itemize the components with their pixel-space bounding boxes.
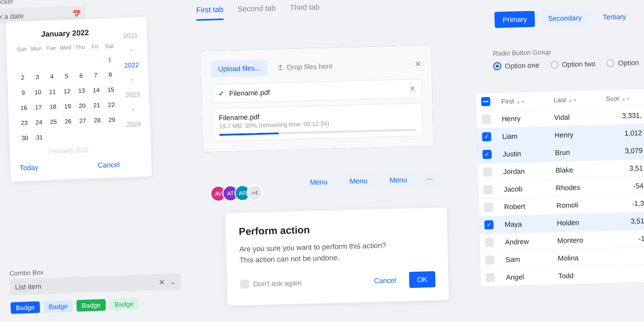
cell-score: -54 bbox=[608, 182, 643, 191]
calendar-day[interactable]: 17 bbox=[32, 101, 45, 114]
calendar-day[interactable]: 1 bbox=[103, 53, 116, 66]
calendar-day[interactable]: 16 bbox=[17, 101, 30, 115]
year-selector[interactable]: 2021202220232024 bbox=[123, 26, 142, 168]
primary-button[interactable]: Primary bbox=[495, 11, 535, 28]
calendar-day[interactable]: 14 bbox=[90, 84, 103, 97]
uploaded-file: ✓ Filename.pdf ✕ bbox=[211, 79, 422, 104]
tab[interactable]: Second tab bbox=[237, 4, 276, 20]
cell-score: 3,51 bbox=[609, 217, 644, 226]
calendar-day[interactable]: 9 bbox=[17, 86, 30, 100]
select-all-checkbox[interactable] bbox=[481, 97, 490, 106]
calendar-day[interactable]: 23 bbox=[18, 116, 31, 130]
column-header[interactable]: First▲▼ bbox=[501, 96, 553, 105]
tertiary-button[interactable]: Tertiary bbox=[595, 8, 634, 25]
menu-button[interactable]: Menu bbox=[381, 172, 416, 189]
more-menu-button[interactable]: ⋯ bbox=[421, 171, 440, 187]
year-option[interactable]: 2024 bbox=[126, 120, 141, 128]
calendar-day[interactable]: 19 bbox=[61, 100, 74, 113]
cell-first: Henry bbox=[502, 113, 554, 123]
cell-score: 1,012 bbox=[607, 129, 642, 138]
cell-first: Sam bbox=[505, 254, 557, 264]
year-option[interactable]: 2022 bbox=[124, 61, 139, 69]
calendar-day[interactable]: 31 bbox=[33, 131, 46, 144]
row-checkbox[interactable] bbox=[482, 132, 491, 141]
combobox-value: List item bbox=[15, 282, 42, 291]
progress-bar bbox=[219, 129, 417, 136]
calendar-day bbox=[30, 55, 43, 69]
row-checkbox[interactable] bbox=[485, 238, 494, 247]
datepicker-next-month: February 2022 bbox=[19, 145, 119, 156]
cell-last: Rhodes bbox=[556, 183, 608, 192]
upload-button[interactable]: Upload files... bbox=[211, 60, 268, 77]
cancel-button[interactable]: Cancel bbox=[98, 160, 120, 170]
calendar-day[interactable]: 13 bbox=[75, 84, 88, 98]
calendar-day[interactable]: 8 bbox=[104, 68, 117, 82]
calendar-day[interactable]: 5 bbox=[60, 69, 73, 83]
radio-group-label: Radio Button Group bbox=[493, 46, 639, 57]
table-row[interactable]: AngelTodd bbox=[480, 265, 644, 287]
remove-file-icon[interactable]: ✕ bbox=[409, 85, 415, 93]
menu-button[interactable]: Menu bbox=[342, 173, 376, 190]
file-uploader[interactable]: Upload files... Drop files here ✕ ✓ File… bbox=[200, 45, 434, 152]
calendar-day[interactable]: 3 bbox=[31, 70, 44, 84]
row-checkbox[interactable] bbox=[482, 150, 492, 159]
cell-last: Molina bbox=[557, 253, 610, 263]
menu-button[interactable]: Menu bbox=[302, 174, 336, 191]
clear-icon[interactable]: ✕ bbox=[158, 278, 165, 286]
calendar-day[interactable]: 10 bbox=[31, 86, 44, 99]
avatar-group: AVATAR+4 bbox=[210, 185, 263, 202]
secondary-button[interactable]: Secondary bbox=[540, 10, 590, 27]
dialog-cancel-button[interactable]: Cancel bbox=[366, 272, 404, 289]
calendar-day[interactable]: 27 bbox=[76, 114, 89, 128]
dialog-ok-button[interactable]: OK bbox=[409, 271, 436, 288]
cell-last: Vidal bbox=[554, 112, 606, 122]
cell-score: 3,51 bbox=[608, 164, 643, 173]
calendar-day[interactable]: 25 bbox=[47, 115, 60, 129]
column-header[interactable]: Last▲▼ bbox=[553, 95, 606, 104]
row-checkbox[interactable] bbox=[484, 203, 493, 212]
day-of-week: Sun bbox=[15, 44, 28, 54]
radio-option[interactable]: Option one bbox=[493, 61, 539, 70]
calendar-day[interactable]: 29 bbox=[105, 113, 118, 127]
radio-option[interactable]: Option bbox=[607, 58, 639, 67]
row-checkbox[interactable] bbox=[484, 185, 493, 194]
cell-last: Holden bbox=[557, 218, 609, 227]
chevron-down-icon[interactable]: ⌄ bbox=[170, 277, 176, 285]
calendar-day[interactable]: 7 bbox=[89, 68, 102, 82]
today-button[interactable]: Today bbox=[20, 163, 39, 172]
row-checkbox[interactable] bbox=[483, 168, 492, 177]
calendar-day[interactable]: 2 bbox=[16, 71, 29, 85]
year-option[interactable]: 2023 bbox=[125, 91, 140, 99]
calendar-day[interactable]: 22 bbox=[105, 98, 118, 112]
cell-first: Angel bbox=[506, 272, 558, 281]
tab[interactable]: Third tab bbox=[290, 3, 320, 19]
calendar-day[interactable]: 30 bbox=[18, 131, 31, 145]
calendar-day[interactable]: 26 bbox=[61, 115, 74, 128]
dont-ask-checkbox[interactable]: Don't ask again bbox=[240, 278, 302, 289]
calendar-day[interactable]: 6 bbox=[74, 69, 88, 83]
year-option[interactable]: 2021 bbox=[123, 31, 138, 39]
calendar-day bbox=[91, 129, 104, 142]
row-checkbox[interactable] bbox=[481, 115, 491, 124]
calendar-day[interactable]: 15 bbox=[104, 83, 117, 97]
row-checkbox[interactable] bbox=[486, 273, 495, 282]
calendar-day[interactable]: 24 bbox=[32, 116, 45, 129]
avatar-more[interactable]: +4 bbox=[247, 185, 263, 201]
column-header[interactable]: Scor▲▼ bbox=[606, 94, 641, 102]
day-of-week: Wed bbox=[59, 42, 72, 53]
calendar-day[interactable]: 4 bbox=[45, 70, 58, 84]
row-checkbox[interactable] bbox=[485, 220, 494, 229]
radio-option[interactable]: Option two bbox=[550, 59, 596, 68]
cell-first: Robert bbox=[504, 201, 556, 211]
calendar-day[interactable]: 11 bbox=[46, 85, 59, 99]
calendar-day[interactable]: 28 bbox=[91, 114, 104, 127]
calendar-day[interactable]: 21 bbox=[90, 99, 103, 112]
calendar-day[interactable]: 12 bbox=[60, 85, 73, 98]
combobox[interactable]: List item ✕ ⌄ bbox=[10, 273, 181, 295]
calendar-day[interactable]: 18 bbox=[46, 100, 59, 114]
close-icon[interactable]: ✕ bbox=[415, 59, 421, 68]
row-checkbox[interactable] bbox=[485, 256, 494, 265]
tab[interactable]: First tab bbox=[196, 5, 224, 21]
calendar-day[interactable]: 20 bbox=[75, 99, 89, 113]
datepicker-popup: January 2022 SunMonTueWedThuFriSat123456… bbox=[6, 17, 152, 182]
